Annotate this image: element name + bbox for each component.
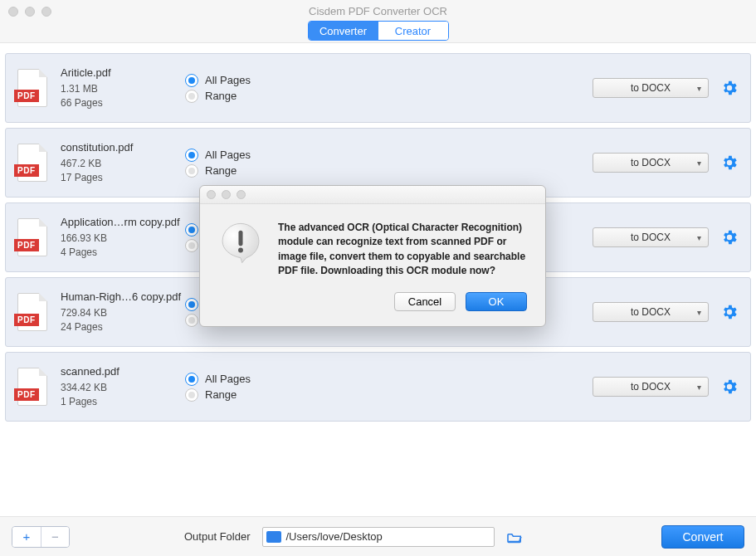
output-format-select[interactable]: to DOCX [593, 227, 709, 247]
output-format-select[interactable]: to DOCX [593, 78, 709, 98]
radio-range[interactable] [185, 164, 198, 178]
gear-icon[interactable] [720, 79, 739, 97]
file-pages: 1 Pages [61, 395, 185, 409]
file-pages: 4 Pages [61, 246, 185, 260]
output-folder-path: /Users/love/Desktop [286, 530, 383, 543]
file-name: Application…rm copy.pdf [61, 215, 185, 230]
pdf-file-icon: PDF [17, 69, 47, 107]
gear-icon[interactable] [720, 378, 739, 396]
convert-button[interactable]: Convert [661, 525, 744, 549]
radio-range[interactable] [185, 388, 198, 402]
file-name: constitution.pdf [61, 140, 185, 155]
zoom-window-icon[interactable] [41, 7, 51, 17]
minimize-window-icon[interactable] [25, 7, 35, 17]
file-pages: 24 Pages [61, 320, 185, 334]
file-name: scanned.pdf [61, 364, 185, 379]
dialog-zoom-icon [237, 190, 246, 199]
page-range-options: All Pages Range [185, 370, 318, 404]
mode-segmented-control: Converter Creator [308, 21, 449, 41]
file-pages: 66 Pages [61, 96, 185, 110]
exclamation-icon [218, 221, 263, 266]
dialog-ok-button[interactable]: OK [466, 292, 527, 311]
output-format-select[interactable]: to DOCX [593, 302, 709, 322]
pdf-file-icon: PDF [17, 218, 47, 256]
file-row[interactable]: PDF scanned.pdf 334.42 KB 1 Pages All Pa… [5, 352, 751, 422]
tab-converter[interactable]: Converter [309, 22, 378, 40]
file-row[interactable]: PDF Ariticle.pdf 1.31 MB 66 Pages All Pa… [5, 53, 751, 123]
file-size: 166.93 KB [61, 232, 185, 246]
page-range-options: All Pages Range [185, 71, 318, 105]
dialog-minimize-icon [222, 190, 231, 199]
radio-all-pages[interactable] [185, 298, 198, 311]
page-range-options: All Pages Range [185, 146, 318, 180]
radio-all-pages[interactable] [185, 149, 198, 162]
dialog-cancel-button[interactable]: Cancel [394, 292, 456, 311]
dialog-titlebar [200, 186, 545, 204]
radio-range-label: Range [205, 90, 237, 102]
gear-icon[interactable] [720, 228, 739, 246]
radio-all-pages[interactable] [185, 74, 198, 87]
radio-range[interactable] [185, 314, 198, 327]
radio-range[interactable] [185, 239, 198, 252]
file-size: 729.84 KB [61, 306, 185, 320]
output-folder-field[interactable]: /Users/love/Desktop [262, 527, 495, 547]
open-folder-icon[interactable] [506, 530, 523, 544]
gear-icon[interactable] [720, 303, 739, 321]
file-meta: constitution.pdf 467.2 KB 17 Pages [61, 140, 185, 185]
output-folder-label: Output Folder [184, 530, 251, 543]
remove-file-button[interactable]: − [41, 527, 69, 547]
file-size: 1.31 MB [61, 82, 185, 96]
file-meta: Application…rm copy.pdf 166.93 KB 4 Page… [61, 215, 185, 260]
file-size: 467.2 KB [61, 157, 185, 171]
radio-range[interactable] [185, 90, 198, 103]
file-meta: Human-Righ…6 copy.pdf 729.84 KB 24 Pages [61, 290, 185, 334]
file-meta: scanned.pdf 334.42 KB 1 Pages [61, 364, 185, 409]
traffic-lights [8, 7, 51, 17]
radio-all-pages[interactable] [185, 373, 198, 386]
file-name: Ariticle.pdf [61, 66, 185, 80]
pdf-file-icon: PDF [17, 293, 47, 331]
file-size: 334.42 KB [61, 381, 185, 395]
radio-all-pages-label: All Pages [205, 74, 251, 86]
radio-all-pages[interactable] [185, 223, 198, 237]
add-remove-group: + − [12, 526, 70, 548]
file-meta: Ariticle.pdf 1.31 MB 66 Pages [61, 66, 185, 110]
output-format-select[interactable]: to DOCX [593, 153, 709, 173]
gear-icon[interactable] [720, 154, 739, 172]
tab-creator[interactable]: Creator [378, 22, 448, 40]
close-window-icon[interactable] [8, 7, 18, 17]
file-pages: 17 Pages [61, 171, 185, 185]
dialog-close-icon[interactable] [207, 190, 216, 199]
dialog-message: The advanced OCR (Optical Character Reco… [278, 221, 527, 279]
file-name: Human-Righ…6 copy.pdf [61, 290, 185, 305]
bottom-toolbar: + − Output Folder /Users/love/Desktop Co… [0, 516, 756, 556]
pdf-file-icon: PDF [17, 144, 47, 182]
svg-point-1 [238, 247, 243, 252]
window-titlebar: Cisdem PDF Converter OCR Converter Creat… [0, 0, 756, 43]
ocr-download-dialog: The advanced OCR (Optical Character Reco… [199, 185, 546, 327]
folder-icon [266, 531, 281, 543]
svg-rect-0 [238, 231, 242, 246]
add-file-button[interactable]: + [12, 527, 41, 547]
output-format-select[interactable]: to DOCX [593, 377, 709, 397]
window-title: Cisdem PDF Converter OCR [309, 0, 447, 17]
pdf-file-icon: PDF [17, 368, 47, 406]
